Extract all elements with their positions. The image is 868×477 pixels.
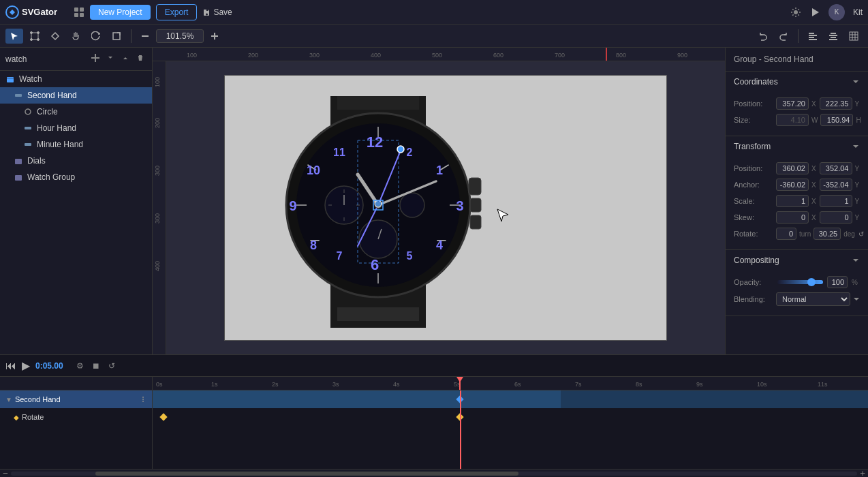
grid-toggle-button[interactable]	[845, 29, 863, 44]
user-avatar[interactable]: K	[828, 4, 845, 20]
transform-pos-x-input[interactable]	[776, 162, 809, 174]
scale-tool-button[interactable]	[108, 29, 125, 44]
undo-button[interactable]	[754, 29, 772, 44]
transform-tool-button[interactable]	[26, 29, 44, 44]
select-tool-button[interactable]	[5, 29, 23, 44]
expand-all-button[interactable]	[104, 52, 117, 66]
topbar: SVGator New Project Export Save K Kit	[0, 0, 868, 25]
anchor-y-unit: Y	[855, 181, 861, 189]
position-y-input[interactable]	[820, 97, 852, 110]
hand-tool-button[interactable]	[67, 29, 84, 44]
node-tool-button[interactable]	[46, 29, 64, 44]
rotate-turn-unit: turn	[799, 230, 811, 238]
align-left-button[interactable]	[804, 29, 822, 44]
export-button[interactable]: Export	[156, 4, 198, 20]
svg-text:9: 9	[289, 198, 296, 213]
rotate-reset-button[interactable]: ↺	[858, 230, 865, 238]
opacity-handle[interactable]	[807, 278, 816, 286]
position-x-input[interactable]	[776, 97, 809, 110]
anchor-y-input[interactable]	[820, 179, 852, 191]
scale-x-input[interactable]	[776, 195, 809, 207]
svg-rect-36	[15, 159, 22, 164]
settings-button[interactable]: ⚙	[75, 360, 85, 372]
rotate-deg-input[interactable]	[813, 228, 841, 240]
svg-rect-56	[470, 215, 481, 229]
layer-item-hour-hand[interactable]: Hour Hand	[0, 120, 152, 136]
svg-point-115	[142, 399, 144, 400]
svg-rect-23	[829, 39, 837, 40]
size-h-input[interactable]	[820, 114, 853, 126]
timeline-scroll-thumb[interactable]	[95, 472, 518, 476]
grid-view-icon	[849, 31, 858, 41]
coordinates-section-header[interactable]: Coordinates	[726, 72, 868, 92]
record-button[interactable]: ⏹	[91, 360, 102, 372]
anchor-x-unit: X	[811, 181, 817, 189]
new-project-button[interactable]: New Project	[90, 5, 151, 20]
svg-text:12: 12	[367, 134, 383, 151]
opacity-input[interactable]	[827, 276, 848, 288]
track-expand-arrow[interactable]: ▼	[5, 396, 12, 403]
svg-rect-12	[113, 33, 120, 40]
scroll-plus-button[interactable]: +	[860, 468, 865, 477]
scale-y-unit: Y	[855, 198, 861, 205]
compositing-section-header[interactable]: Compositing	[726, 250, 868, 271]
timeline-scroll-track[interactable]	[11, 472, 857, 476]
layer-item-watch-group[interactable]: Watch Group	[0, 169, 152, 185]
save-button[interactable]: Save	[202, 7, 232, 17]
collapse-all-button[interactable]	[119, 52, 131, 66]
rotate-tool-button[interactable]	[87, 29, 105, 44]
rotate-val-input[interactable]	[776, 228, 796, 240]
redo-icon	[779, 31, 788, 41]
add-layer-button[interactable]	[89, 52, 102, 66]
svg-point-84	[400, 193, 424, 217]
skip-to-start-button[interactable]: ⏮	[5, 360, 16, 372]
align-center-button[interactable]	[824, 29, 842, 44]
timeline-ruler: 0s 1s 2s 3s 4s 5s 6s 7s 8s 9s 10s 11s	[0, 377, 868, 390]
svg-text:6s: 6s	[514, 381, 521, 388]
size-w-input[interactable]	[776, 114, 809, 126]
settings-icon[interactable]	[790, 7, 801, 18]
toolbar-separator-2	[798, 29, 799, 43]
layer-icon-svg	[14, 91, 22, 99]
layer-item-second-hand[interactable]: Second Hand	[0, 87, 152, 104]
scale-label: Scale:	[734, 197, 773, 205]
timeline-ruler-svg: 0s 1s 2s 3s 4s 5s 6s 7s 8s 9s 10s 11s	[153, 377, 868, 390]
blending-select[interactable]: Normal	[776, 292, 850, 306]
rotate-start-keyframe[interactable]	[159, 413, 167, 420]
svg-text:3s: 3s	[332, 381, 339, 388]
timeline-track-rotate[interactable]: ◆ Rotate	[0, 408, 152, 426]
scroll-minus-button[interactable]: −	[3, 468, 8, 477]
circle-layer-icon	[23, 107, 33, 117]
play-button[interactable]: ▶	[22, 359, 30, 372]
plus-button[interactable]	[206, 29, 223, 43]
svg-rect-20	[831, 33, 836, 34]
track-bar-second-hand[interactable]	[153, 390, 561, 408]
svg-text:5: 5	[407, 250, 413, 262]
rotate-playhead	[460, 408, 461, 426]
anchor-x-input[interactable]	[776, 179, 809, 191]
layer-item-circle[interactable]: Circle	[0, 104, 152, 120]
transform-section-header[interactable]: Transform	[726, 136, 868, 157]
track-menu-icon[interactable]	[140, 396, 146, 403]
loop-button[interactable]: ↺	[107, 360, 117, 372]
svg-text:8s: 8s	[636, 381, 642, 388]
size-row: Size: W H	[734, 114, 860, 126]
layer-item-minute-hand[interactable]: Minute Hand	[0, 136, 152, 153]
transform-pos-y-input[interactable]	[820, 162, 852, 174]
skew-x-input[interactable]	[776, 211, 809, 224]
svg-point-114	[142, 397, 144, 398]
timeline-track-second-hand[interactable]: ▼ Second Hand	[0, 390, 152, 408]
skew-y-input[interactable]	[820, 211, 852, 224]
layer-item-dials[interactable]: Dials	[0, 153, 152, 169]
scale-y-input[interactable]	[820, 195, 852, 207]
play-icon[interactable]	[809, 7, 820, 18]
toolbar: 101.5%	[0, 25, 868, 48]
opacity-bar[interactable]	[777, 280, 823, 284]
delete-layer-button[interactable]	[134, 52, 146, 66]
svg-point-8	[31, 31, 33, 33]
redo-button[interactable]	[775, 29, 792, 44]
transform-pos-label: Position:	[734, 164, 773, 172]
ruler-svg: 100 200 300 400 500 600 700 800 900	[153, 48, 725, 61]
minus-button[interactable]	[137, 29, 153, 43]
layer-item-watch[interactable]: Watch	[0, 71, 152, 87]
